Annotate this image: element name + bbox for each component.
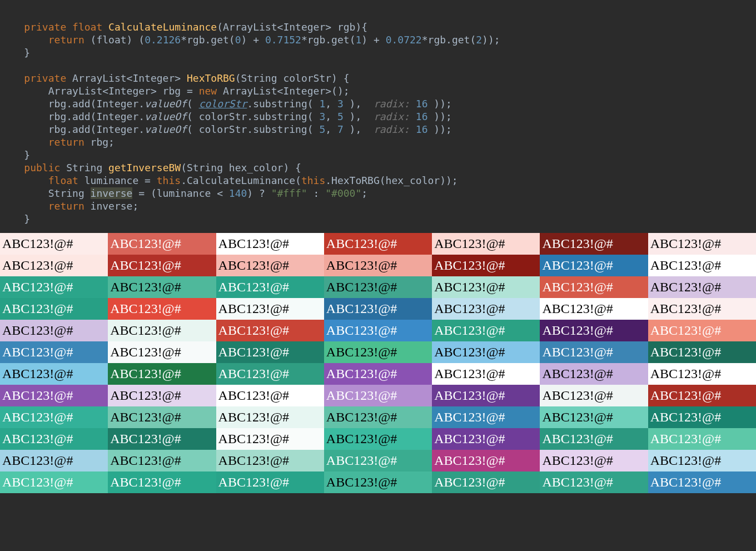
color-swatch: ABC123!@# [0,385,108,406]
color-swatch: ABC123!@# [0,233,108,255]
color-swatch: ABC123!@# [648,276,756,298]
color-swatch: ABC123!@# [108,276,216,298]
color-swatch: ABC123!@# [216,363,324,385]
color-swatch: ABC123!@# [648,233,756,255]
color-swatch: ABC123!@# [0,471,108,493]
color-swatch: ABC123!@# [540,320,648,341]
color-swatch: ABC123!@# [432,428,540,450]
signature: (ArrayList<Integer> rgb){ [217,21,367,33]
color-swatch: ABC123!@# [216,385,324,406]
color-swatch: ABC123!@# [432,255,540,276]
color-swatch: ABC123!@# [108,385,216,406]
color-swatch: ABC123!@# [648,471,756,493]
color-swatch: ABC123!@# [108,450,216,471]
color-swatch: ABC123!@# [216,298,324,320]
color-swatch: ABC123!@# [324,255,432,276]
color-swatch: ABC123!@# [324,406,432,428]
code-editor: private float CalculateLuminance(ArrayLi… [0,0,756,233]
param-hint: radix: [374,98,410,110]
color-swatch: ABC123!@# [432,298,540,320]
color-swatch: ABC123!@# [0,406,108,428]
color-swatch: ABC123!@# [540,255,648,276]
color-swatch: ABC123!@# [0,428,108,450]
method-name: getInverseBW [108,162,181,173]
color-swatch: ABC123!@# [540,363,648,385]
color-swatch: ABC123!@# [648,363,756,385]
brace: } [24,149,30,161]
color-swatch: ABC123!@# [540,276,648,298]
color-swatch: ABC123!@# [432,385,540,406]
number: 0.2126 [145,34,181,46]
color-swatch: ABC123!@# [108,363,216,385]
color-swatch: ABC123!@# [216,320,324,341]
color-swatch: ABC123!@# [108,233,216,255]
color-swatch: ABC123!@# [216,341,324,363]
color-swatch: ABC123!@# [324,363,432,385]
method-name: CalculateLuminance [108,21,217,33]
color-swatch: ABC123!@# [648,255,756,276]
brace: } [24,47,30,58]
color-swatch: ABC123!@# [324,341,432,363]
color-swatch: ABC123!@# [108,320,216,341]
color-swatch: ABC123!@# [540,385,648,406]
color-swatch: ABC123!@# [324,298,432,320]
color-swatch: ABC123!@# [108,341,216,363]
highlighted-var: inverse [91,187,133,199]
color-swatch: ABC123!@# [432,363,540,385]
color-swatch: ABC123!@# [0,450,108,471]
color-swatch: ABC123!@# [108,298,216,320]
color-swatch: ABC123!@# [648,341,756,363]
color-swatch: ABC123!@# [216,255,324,276]
color-swatch: ABC123!@# [648,385,756,406]
color-swatch: ABC123!@# [324,320,432,341]
keyword: private [24,72,66,84]
param-hint: radix: [374,111,410,122]
color-swatch: ABC123!@# [0,298,108,320]
color-swatch: ABC123!@# [324,428,432,450]
color-swatch: ABC123!@# [432,276,540,298]
color-swatch: ABC123!@# [216,406,324,428]
color-swatch: ABC123!@# [648,450,756,471]
color-swatch: ABC123!@# [432,406,540,428]
keyword: private [24,21,66,33]
color-swatch: ABC123!@# [0,320,108,341]
color-swatch: ABC123!@# [216,450,324,471]
cast: (float) [91,34,133,46]
color-swatch: ABC123!@# [0,341,108,363]
color-swatch: ABC123!@# [432,341,540,363]
color-swatch: ABC123!@# [540,298,648,320]
method-name: HexToRBG [187,72,235,84]
brace: } [24,213,30,225]
color-swatch: ABC123!@# [324,385,432,406]
color-swatch: ABC123!@# [432,233,540,255]
color-swatch: ABC123!@# [648,320,756,341]
color-swatch: ABC123!@# [648,406,756,428]
color-swatch: ABC123!@# [108,428,216,450]
color-swatch: ABC123!@# [324,233,432,255]
color-swatch: ABC123!@# [432,471,540,493]
color-swatch: ABC123!@# [540,233,648,255]
color-swatch: ABC123!@# [324,276,432,298]
color-swatch: ABC123!@# [108,471,216,493]
color-swatch: ABC123!@# [216,471,324,493]
color-swatch: ABC123!@# [0,363,108,385]
color-swatch: ABC123!@# [648,428,756,450]
color-swatch: ABC123!@# [540,471,648,493]
keyword: float [72,21,102,33]
color-swatch: ABC123!@# [540,428,648,450]
color-swatch: ABC123!@# [108,255,216,276]
color-swatch: ABC123!@# [216,428,324,450]
color-swatch: ABC123!@# [648,298,756,320]
color-swatch: ABC123!@# [540,406,648,428]
color-swatch: ABC123!@# [324,450,432,471]
color-swatch: ABC123!@# [540,450,648,471]
color-swatch: ABC123!@# [216,233,324,255]
color-swatch: ABC123!@# [0,276,108,298]
color-swatch: ABC123!@# [0,255,108,276]
color-swatch: ABC123!@# [432,450,540,471]
color-sample-grid: ABC123!@#ABC123!@#ABC123!@#ABC123!@#ABC1… [0,233,756,493]
color-swatch: ABC123!@# [108,406,216,428]
color-swatch: ABC123!@# [324,471,432,493]
link-parameter[interactable]: colorStr [199,98,247,110]
param-hint: radix: [374,123,410,135]
